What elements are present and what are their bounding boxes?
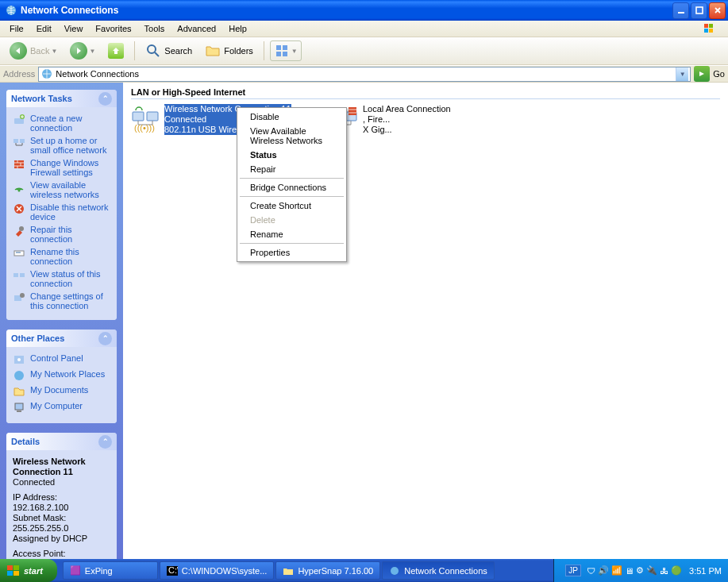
panel-header-places[interactable]: Other Places ⌃ [6,330,117,347]
task-status[interactable]: View status of this connection [13,269,110,288]
collapse-icon[interactable]: ⌃ [98,435,112,449]
svg-rect-10 [276,52,281,56]
ctx-rename[interactable]: Rename [239,227,345,241]
ctx-view-wireless[interactable]: View Available Wireless Networks [239,124,345,148]
main-content: LAN or High-Speed Internet (((•))) Wirel… [123,83,728,559]
search-icon [145,43,161,59]
task-rename[interactable]: Rename this connection [13,247,110,266]
svg-point-43 [391,567,399,575]
taskbar-item[interactable]: HyperSnap 7.16.00 [275,561,380,580]
taskbar-item[interactable]: C:\C:\WINDOWS\syste... [160,561,275,580]
app-icon: 🟪 [70,565,81,576]
address-dropdown-icon[interactable]: ▼ [676,67,688,81]
task-change-settings[interactable]: Change settings of this connection [13,291,110,310]
search-button[interactable]: Search [141,40,197,61]
cmd-icon: C:\ [167,566,178,576]
ctx-status[interactable]: Status [239,148,345,162]
svg-rect-8 [276,45,281,50]
panel-header-tasks[interactable]: Network Tasks ⌃ [6,90,117,107]
forward-button[interactable]: ▼ [65,40,100,62]
up-button[interactable] [103,40,129,61]
place-my-computer[interactable]: My Computer [13,401,110,414]
folders-button[interactable]: Folders [200,40,258,61]
network-connections-icon [40,67,53,80]
go-button[interactable] [694,66,710,82]
task-repair[interactable]: Repair this connection [13,225,110,244]
clock[interactable]: 3:51 PM [689,566,722,576]
tray-icon[interactable]: 🖥 [625,566,634,576]
svg-point-28 [14,371,24,380]
svg-rect-1 [678,12,684,13]
start-button[interactable]: start [0,559,57,582]
close-button[interactable] [709,2,726,19]
place-network-places[interactable]: My Network Places [13,369,110,382]
views-dropdown-icon[interactable]: ▼ [291,48,298,55]
taskbar-item-active[interactable]: Network Connections [382,561,495,580]
svg-point-18 [18,190,21,192]
tray-icon[interactable]: 🛡 [587,566,595,576]
task-view-wireless[interactable]: View available wireless networks [13,180,110,199]
details-mask: Subnet Mask: 255.255.255.0 [13,513,110,534]
back-dropdown-icon[interactable]: ▼ [51,48,57,55]
maximize-button[interactable] [691,2,707,19]
svg-rect-5 [704,29,708,33]
menubar: File Edit View Favorites Tools Advanced … [0,21,728,37]
details-ip: IP Address: 192.168.2.100 [13,492,110,513]
connection-lan[interactable]: Local Area Connection , Fire... X Gig... [329,104,520,135]
panel-network-tasks: Network Tasks ⌃ Create a new connection … [6,90,117,320]
tray-icon[interactable]: 🖧 [660,566,668,576]
svg-rect-17 [14,160,24,168]
conn-device: X Gig... [363,125,451,135]
ctx-separator [240,178,344,179]
svg-rect-16 [20,139,25,143]
tray-icon[interactable]: 🟢 [671,565,682,576]
details-dhcp: Assigned by DHCP [13,534,110,544]
details-name: Wireless Network Connection 11 [13,457,110,477]
svg-rect-21 [14,251,24,256]
ctx-shortcut[interactable]: Create Shortcut [239,198,345,213]
menu-file[interactable]: File [3,22,30,35]
menu-tools[interactable]: Tools [138,22,171,35]
views-icon [274,43,290,59]
ctx-repair[interactable]: Repair [239,162,345,176]
ctx-properties[interactable]: Properties [239,245,345,260]
task-firewall[interactable]: Change Windows Firewall settings [13,158,110,177]
menu-advanced[interactable]: Advanced [171,22,222,35]
svg-rect-32 [147,112,158,121]
task-setup-network[interactable]: Set up a home or small office network [13,136,110,155]
place-control-panel[interactable]: Control Panel [13,353,110,366]
collapse-icon[interactable]: ⌃ [98,332,112,345]
windows-flag-icon [701,22,725,35]
forward-dropdown-icon[interactable]: ▼ [89,48,95,55]
collapse-icon[interactable]: ⌃ [98,92,112,106]
tray-icon[interactable]: ⚙ [636,565,644,576]
svg-rect-15 [13,139,18,143]
address-field[interactable]: Network Connections ▼ [38,67,691,82]
svg-rect-6 [709,29,713,33]
place-my-documents[interactable]: My Documents [13,385,110,398]
taskbar-item[interactable]: 🟪ExPing [63,561,158,580]
menu-edit[interactable]: Edit [30,22,58,35]
svg-point-20 [19,226,24,231]
svg-rect-11 [283,52,287,56]
menu-help[interactable]: Help [222,22,253,35]
language-indicator[interactable]: JP [565,565,581,576]
menu-favorites[interactable]: Favorites [89,22,137,35]
tray-icon[interactable]: 📶 [611,565,622,576]
menu-view[interactable]: View [58,22,90,35]
tray-icon[interactable]: 🔌 [646,565,657,576]
minimize-button[interactable] [672,2,689,19]
tray-icon[interactable]: 🔊 [598,565,609,576]
task-disable[interactable]: Disable this network device [13,202,110,222]
task-create-connection[interactable]: Create a new connection [13,114,110,133]
views-button[interactable]: ▼ [270,40,302,61]
folders-label: Folders [224,46,253,56]
back-button[interactable]: Back ▼ [5,40,62,62]
folder-icon [283,566,294,576]
address-label: Address [3,69,35,79]
panel-header-details[interactable]: Details ⌃ [6,433,117,450]
ctx-disable[interactable]: Disable [239,110,345,124]
svg-rect-37 [7,565,13,570]
network-connections-icon [5,4,17,17]
ctx-bridge[interactable]: Bridge Connections [239,180,345,195]
